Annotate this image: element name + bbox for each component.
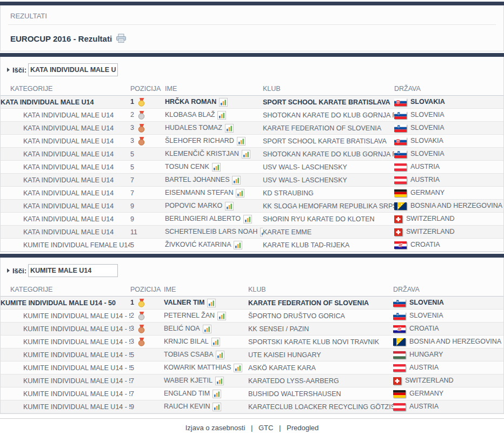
stats-chart-icon[interactable] xyxy=(216,351,224,359)
athlete-name-link[interactable]: TOBIAS CSABA xyxy=(164,351,213,358)
category-cell: KATA INDIVIDUAL MALE U14 xyxy=(1,187,130,200)
stats-chart-icon[interactable] xyxy=(234,241,242,249)
privacy-link[interactable]: Izjava o zasebnosti xyxy=(185,424,246,432)
page-footer: Izjava o zasebnosti | GTC | Predogled SE… xyxy=(0,418,504,434)
table-row: KATA INDIVIDUAL MALE U147BARTEL JOHANNES… xyxy=(1,174,503,187)
stats-chart-icon[interactable] xyxy=(236,189,244,198)
athlete-name-link[interactable]: POPOVIC MARKO xyxy=(165,202,222,209)
position-cell: 7 xyxy=(130,187,165,200)
athlete-name-link[interactable]: EISENMANN STEFAN xyxy=(165,189,233,196)
preview-link[interactable]: Predogled xyxy=(287,424,319,432)
country-cell: CROATIA xyxy=(393,323,503,336)
athlete-name-link[interactable]: HRČKA ROMAN xyxy=(165,98,216,106)
name-cell: BERLINGIERI ALBERTO xyxy=(165,213,263,226)
stats-chart-icon[interactable] xyxy=(213,390,221,398)
club-cell: BUSHIDO WALTERSHAUSEN xyxy=(248,387,393,400)
flag-slovenia-icon xyxy=(393,312,406,320)
stats-chart-icon[interactable] xyxy=(242,150,250,159)
country-cell: AUSTRIA xyxy=(393,400,503,413)
athlete-name-link[interactable]: BELIĆ NOA xyxy=(164,325,200,332)
flag-austria-icon xyxy=(393,364,406,372)
athlete-name-link[interactable]: KLOBASA BLAŽ xyxy=(165,111,215,119)
category-cell: KUMITE INDIVIDUAL MALE U14 - 50 xyxy=(1,361,130,374)
table-row: KATA INDIVIDUAL MALE U141HRČKA ROMANSPOR… xyxy=(1,96,503,109)
gtc-link[interactable]: GTC xyxy=(258,424,273,432)
stats-chart-icon[interactable] xyxy=(207,299,216,307)
position-cell: 9 xyxy=(130,213,165,226)
search-input[interactable] xyxy=(28,264,118,277)
athlete-name-link[interactable]: WABER KJETIL xyxy=(164,377,213,384)
position-cell: 5 xyxy=(130,361,164,374)
collapse-arrow-icon[interactable] xyxy=(7,268,10,273)
athlete-name-link[interactable]: KOWARIK MATTHIAS xyxy=(164,364,231,371)
position-number: 3 xyxy=(130,325,137,332)
position-cell: 5 xyxy=(130,161,165,174)
athlete-name-link[interactable]: PETERNEL ŽAN xyxy=(164,312,215,319)
flag-bosnia-icon xyxy=(393,338,406,346)
position-number: 9 xyxy=(130,215,137,223)
category-cell: KUMITE INDIVIDUAL MALE U14 - 50 xyxy=(1,374,130,387)
flag-slovenia-icon xyxy=(394,111,407,119)
athlete-name-link[interactable]: VALNER TIM xyxy=(164,299,204,306)
country-name: SLOVENIA xyxy=(410,111,445,119)
stats-chart-icon[interactable] xyxy=(232,176,241,185)
athlete-name-link[interactable]: TOSUN CENK xyxy=(165,163,209,170)
category-cell: KATA INDIVIDUAL MALE U14 xyxy=(1,226,130,239)
position-cell: 1 xyxy=(130,96,165,109)
stats-chart-icon[interactable] xyxy=(203,325,211,333)
col-header-kategorije: KATEGORIJE xyxy=(1,83,130,96)
name-cell: BELIĆ NOA xyxy=(164,323,248,336)
athlete-name-link[interactable]: ENGLAND TIM xyxy=(164,390,210,397)
flag-slovenia-icon xyxy=(393,299,406,307)
stats-chart-icon[interactable] xyxy=(225,124,234,133)
athlete-name-link[interactable]: HUDALES TOMAZ xyxy=(165,124,222,131)
gold-medal-icon xyxy=(138,299,145,307)
position-number: 5 xyxy=(130,163,137,171)
table-row: KUMITE INDIVIDUAL MALE U14 - 503BELIĆ NO… xyxy=(1,323,503,336)
athlete-name-link[interactable]: BARTEL JOHANNES xyxy=(165,176,229,183)
position-number: 3 xyxy=(130,124,137,131)
flag-austria-icon xyxy=(393,403,406,411)
stats-chart-icon[interactable] xyxy=(234,364,242,372)
country-name: SLOVENIA xyxy=(409,312,443,319)
name-cell: KLOBASA BLAŽ xyxy=(165,109,263,122)
search-input[interactable] xyxy=(28,63,118,76)
stats-chart-icon[interactable] xyxy=(225,202,234,211)
country-name: BOSNIA AND HERZEGOVINA xyxy=(409,338,501,345)
position-number: 7 xyxy=(130,176,137,184)
athlete-name-link[interactable]: SCHERTENLEIB LARS NOAH xyxy=(165,228,257,235)
stats-chart-icon[interactable] xyxy=(215,377,224,385)
athlete-name-link[interactable]: KLEMENČIČ KRISTJAN xyxy=(165,150,239,157)
stats-chart-icon[interactable] xyxy=(243,215,252,223)
name-cell: PETERNEL ŽAN xyxy=(164,310,248,323)
athlete-name-link[interactable]: BERLINGIERI ALBERTO xyxy=(165,215,241,222)
stats-chart-icon[interactable] xyxy=(211,338,220,346)
position-cell: 5 xyxy=(130,348,164,361)
results-table-kumite: KATEGORIJE POZICIJA IME KLUB DRŽAVA KUMI… xyxy=(1,284,503,413)
table-row: KUMITE INDIVIDUAL MALE U14 - 501VALNER T… xyxy=(1,297,503,310)
collapse-arrow-icon[interactable] xyxy=(7,68,10,72)
country-name: GERMANY xyxy=(410,189,445,196)
print-icon[interactable] xyxy=(116,34,127,43)
country-cell: BOSNIA AND HERZEGOVINA xyxy=(394,200,503,213)
table-row: KUMITE INDIVIDUAL MALE U14 - 502PETERNEL… xyxy=(1,310,503,323)
athlete-name-link[interactable]: ŽIVKOVIĆ KATARINA xyxy=(165,241,231,248)
category-cell: KATA INDIVIDUAL MALE U14 xyxy=(1,122,130,135)
athlete-name-link[interactable]: RAUCH KEVIN xyxy=(164,403,210,410)
position-cell: 7 xyxy=(130,387,164,400)
country-name: GERMANY xyxy=(409,390,443,397)
stats-chart-icon[interactable] xyxy=(212,163,221,172)
col-header-ime: IME xyxy=(165,83,263,96)
category-cell: KATA INDIVIDUAL MALE U14 xyxy=(1,148,130,161)
stats-chart-icon[interactable] xyxy=(213,403,221,411)
athlete-name-link[interactable]: KRNJIC BILAL xyxy=(164,338,209,345)
name-cell: TOSUN CENK xyxy=(165,161,263,174)
stats-chart-icon[interactable] xyxy=(217,312,226,320)
stats-chart-icon[interactable] xyxy=(217,111,226,120)
stats-chart-icon[interactable] xyxy=(237,137,246,146)
position-number: 5 xyxy=(130,241,137,249)
country-name: SLOVAKIA xyxy=(410,137,443,144)
stats-chart-icon[interactable] xyxy=(219,98,228,107)
table-row: KATA INDIVIDUAL MALE U1411SCHERTENLEIB L… xyxy=(1,226,503,239)
athlete-name-link[interactable]: ŠLEHOFER RICHARD xyxy=(165,137,234,144)
